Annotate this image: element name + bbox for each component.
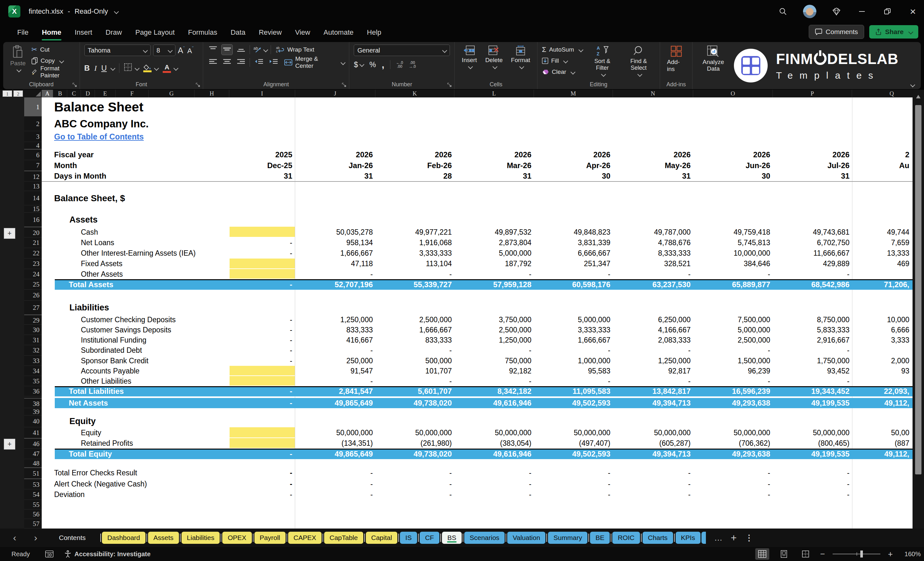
row-header-39[interactable]: 39	[24, 408, 42, 416]
format-painter-button[interactable]: Format Painter	[32, 68, 75, 76]
sheet-tab-capex[interactable]: CAPEX	[288, 532, 322, 544]
col-header-P[interactable]: P	[773, 90, 852, 98]
menu-tab-view[interactable]: View	[294, 26, 311, 39]
format-cells-button[interactable]: Format	[508, 45, 532, 69]
search-button[interactable]	[777, 6, 788, 17]
sheet-tab-kpis[interactable]: KPIs	[676, 532, 700, 544]
menu-tab-page-layout[interactable]: Page Layout	[135, 26, 176, 39]
clipboard-dialog-launcher-icon[interactable]	[72, 82, 77, 87]
align-center-button[interactable]	[222, 57, 232, 68]
zoom-out-button[interactable]: −	[820, 549, 825, 559]
menu-tab-insert[interactable]: Insert	[74, 26, 93, 39]
close-button[interactable]: ×	[908, 6, 918, 17]
col-header-K[interactable]: K	[375, 90, 454, 98]
analyze-data-button[interactable]: Analyze Data	[697, 45, 729, 73]
prev-sheet-button[interactable]: ‹	[8, 532, 21, 543]
col-header-H[interactable]: H	[195, 90, 229, 98]
sheet-tab-captable[interactable]: CapTable	[324, 532, 363, 544]
row-header-1[interactable]: 1	[24, 98, 42, 117]
shrink-font-button[interactable]: Aˇ	[187, 45, 194, 55]
row-header-53[interactable]: 53	[24, 478, 42, 489]
macro-record-button[interactable]	[45, 550, 54, 558]
addins-button[interactable]: Add-ins	[664, 45, 688, 73]
menu-tab-file[interactable]: File	[16, 26, 29, 39]
row-header-38[interactable]: 38	[24, 398, 42, 408]
wrap-text-button[interactable]: abc Wrap Text	[276, 45, 314, 54]
restore-button[interactable]	[882, 6, 893, 17]
col-header-D[interactable]: D	[81, 90, 95, 98]
title-dropdown-icon[interactable]	[114, 9, 119, 14]
col-header-E[interactable]: E	[95, 90, 116, 98]
sheet-tab-summary[interactable]: Summary	[548, 532, 588, 544]
delete-cells-button[interactable]: Delete	[483, 45, 505, 69]
row-header-36[interactable]: 36	[24, 386, 42, 396]
align-top-button[interactable]	[208, 45, 218, 55]
sheet-tab-charts[interactable]: Charts	[642, 532, 673, 544]
col-header-M[interactable]: M	[534, 90, 613, 98]
menu-tab-data[interactable]: Data	[230, 26, 246, 39]
next-sheet-button[interactable]: ›	[29, 532, 42, 543]
row-header-13[interactable]: 13	[24, 182, 42, 191]
outline-expand-button-assets[interactable]: +	[4, 228, 15, 239]
premium-button[interactable]	[831, 6, 842, 17]
align-bottom-button[interactable]	[236, 45, 246, 55]
italic-button[interactable]: I	[94, 64, 97, 73]
copy-button[interactable]: Copy	[32, 56, 75, 65]
col-header-C[interactable]: C	[67, 90, 81, 98]
currency-format-button[interactable]: $	[354, 60, 364, 69]
borders-button[interactable]	[124, 63, 132, 73]
number-format-select[interactable]: General	[354, 45, 450, 56]
row-header-30[interactable]: 30	[24, 325, 42, 335]
col-header-F[interactable]: F	[116, 90, 149, 98]
align-right-button[interactable]	[236, 57, 246, 68]
row-header-47[interactable]: 47	[24, 448, 42, 459]
decrease-decimal-button[interactable]: .00→.0	[409, 61, 416, 69]
menu-tab-draw[interactable]: Draw	[105, 26, 123, 39]
more-sheets-button[interactable]: …	[714, 533, 723, 543]
select-all-corner[interactable]	[24, 90, 42, 98]
col-header-J[interactable]: J	[295, 90, 375, 98]
row-header-2[interactable]: 2	[24, 117, 42, 131]
row-header-40[interactable]: 40	[24, 416, 42, 427]
menu-tab-review[interactable]: Review	[258, 26, 282, 39]
row-header-16[interactable]: 16	[24, 213, 42, 227]
col-header-O[interactable]: O	[693, 90, 773, 98]
sheet-tab-is[interactable]: IS	[400, 532, 417, 544]
grow-font-button[interactable]: Aˆ	[178, 45, 185, 55]
row-header-27[interactable]: 27	[24, 300, 42, 315]
col-header-N[interactable]: N	[613, 90, 693, 98]
cut-button[interactable]: ✂Cut	[32, 45, 75, 54]
row-header-21[interactable]: 21	[24, 237, 42, 248]
sheet-options-icon[interactable]: ⋮	[745, 533, 753, 543]
row-header-12[interactable]: 12	[24, 171, 42, 182]
sheet-area[interactable]	[42, 98, 912, 528]
zoom-slider[interactable]	[832, 554, 880, 554]
row-header-20[interactable]: 20	[24, 227, 42, 237]
sheet-tab-roic[interactable]: ROIC	[612, 532, 640, 544]
new-sheet-button[interactable]: +	[731, 532, 737, 544]
sheet-tab-valuation[interactable]: Valuation	[507, 532, 545, 544]
sheet-tab-contents[interactable]: Contents	[54, 532, 91, 544]
sheet-tab-be[interactable]: BE	[590, 532, 610, 544]
insert-cells-button[interactable]: Insert	[459, 45, 480, 69]
row-header-4[interactable]: 4	[24, 142, 42, 149]
sort-filter-button[interactable]: AZ Sort & Filter	[586, 45, 619, 77]
row-header-57[interactable]: 57	[24, 519, 42, 528]
sheet-tab-capital[interactable]: Capital	[366, 532, 398, 544]
vertical-scroll-thumb[interactable]	[915, 105, 921, 474]
merge-center-button[interactable]: Merge & Center	[284, 58, 345, 67]
row-header-25[interactable]: 25	[24, 279, 42, 290]
sheet-tab-partial[interactable]	[702, 532, 706, 544]
row-header-14[interactable]: 14	[24, 191, 42, 206]
row-header-35[interactable]: 35	[24, 376, 42, 386]
sheet-tab-assets[interactable]: Assets	[148, 532, 179, 544]
row-header-3[interactable]: 3	[24, 131, 42, 142]
user-avatar[interactable]	[803, 5, 816, 18]
col-header-Q[interactable]: Q	[852, 90, 912, 98]
align-left-button[interactable]	[208, 57, 218, 68]
row-header-34[interactable]: 34	[24, 366, 42, 376]
row-header-32[interactable]: 32	[24, 345, 42, 356]
page-break-view-button[interactable]	[798, 548, 813, 560]
page-layout-view-button[interactable]	[777, 548, 791, 560]
sheet-tab-scenarios[interactable]: Scenarios	[464, 532, 505, 544]
